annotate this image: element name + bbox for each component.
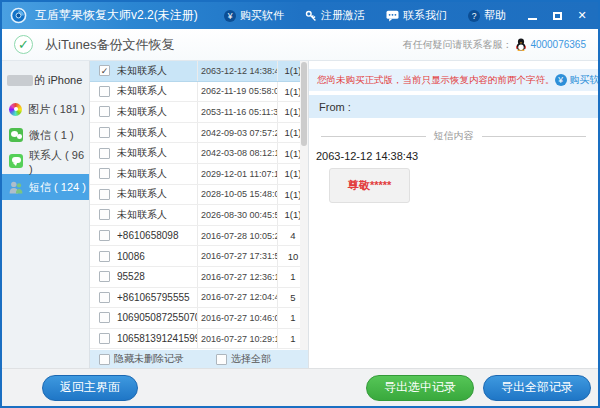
footer: 返回主界面 导出选中记录 导出全部记录: [2, 368, 598, 406]
row-sender: 未知联系人: [117, 102, 198, 122]
notice-text: 您尚未购买正式版，当前只显示恢复内容的前两个字符。: [317, 74, 555, 87]
app-logo-icon: [10, 7, 27, 24]
sms-content-title: 短信内容: [434, 129, 474, 143]
subheader: ✓ 从iTunes备份文件恢复 有任何疑问请联系客服： 4000076365: [2, 29, 598, 61]
row-datetime: 2016-07-27 10:46:01: [198, 308, 278, 328]
row-checkbox[interactable]: [99, 312, 110, 323]
maximize-button[interactable]: [551, 9, 563, 23]
row-checkbox[interactable]: [99, 230, 110, 241]
list-scrollbar[interactable]: [300, 61, 308, 350]
message-row[interactable]: 1069050872550702052016-07-27 10:46:011: [90, 308, 308, 329]
row-checkbox[interactable]: [99, 189, 110, 200]
export-buttons: 导出选中记录 导出全部记录: [366, 375, 591, 401]
message-row[interactable]: 1065813912415996532016-07-27 10:29:131: [90, 329, 308, 350]
row-checkbox[interactable]: [99, 86, 110, 97]
contact-us-button[interactable]: 联系我们: [386, 8, 447, 23]
message-row[interactable]: 未知联系人2026-08-30 00:45:541(1): [90, 205, 308, 226]
row-checkbox[interactable]: [99, 333, 110, 344]
redacted-device-name: [7, 75, 33, 86]
message-row[interactable]: 未知联系人2029-12-01 11:07:141(1): [90, 164, 308, 185]
message-row[interactable]: 未知联系人2062-11-19 05:58:051(1): [90, 82, 308, 103]
sms-content-divider: 短信内容: [321, 129, 586, 143]
row-checkbox[interactable]: [99, 209, 110, 220]
row-checkbox[interactable]: [99, 251, 110, 262]
key-icon: [305, 10, 317, 22]
sidebar-item-contacts[interactable]: 联系人 ( 96 ): [2, 148, 89, 174]
message-row[interactable]: 未知联系人2042-03-08 08:12:171(1): [90, 143, 308, 164]
divider-line: [321, 136, 426, 137]
message-row[interactable]: +8610657955552016-07-27 12:04:445: [90, 288, 308, 309]
row-checkbox[interactable]: [99, 127, 110, 138]
row-checkbox[interactable]: [99, 148, 110, 159]
message-list: ✓未知联系人2063-12-12 14:38:431(1)未知联系人2062-1…: [90, 61, 309, 368]
hide-deleted-checkbox[interactable]: [99, 354, 110, 365]
row-sender: 未知联系人: [117, 205, 198, 225]
from-label: From :: [319, 101, 351, 113]
row-datetime: 2028-10-05 15:48:08: [198, 185, 278, 205]
row-checkbox[interactable]: ✓: [99, 65, 110, 76]
row-sender: 未知联系人: [117, 61, 198, 81]
select-all-toggle[interactable]: 选择全部: [216, 352, 271, 366]
row-sender: 未知联系人: [117, 143, 198, 163]
row-sender: +861065795555: [117, 288, 198, 308]
close-button[interactable]: ✕: [576, 9, 588, 23]
row-sender: 未知联系人: [117, 185, 198, 205]
export-selected-button[interactable]: 导出选中记录: [366, 375, 474, 401]
buy-link-label: 购买软件: [570, 73, 600, 87]
device-label: 的 iPhone: [34, 73, 82, 88]
contact-us-label: 联系我们: [403, 8, 447, 23]
page-title: 从iTunes备份文件恢复: [45, 36, 175, 54]
row-sender: 未知联系人: [117, 123, 198, 143]
sidebar-item-label: 微信 ( 1 ): [29, 128, 74, 143]
window-title: 互盾苹果恢复大师v2.2(未注册): [35, 7, 198, 24]
contacts-icon: [9, 154, 23, 168]
message-row[interactable]: 未知联系人2028-10-05 15:48:081(1): [90, 185, 308, 206]
message-row[interactable]: 955282016-07-27 12:36:161: [90, 267, 308, 288]
message-row[interactable]: 未知联系人2042-09-03 07:57:251(1): [90, 123, 308, 144]
support-qq-number[interactable]: 4000076365: [530, 39, 586, 50]
qq-penguin-icon: [515, 38, 527, 51]
help-button[interactable]: ? 帮助: [468, 8, 506, 23]
row-checkbox[interactable]: [99, 271, 110, 282]
buy-software-link[interactable]: ¥ 购买软件: [555, 73, 600, 87]
register-activate-button[interactable]: 注册激活: [305, 8, 365, 23]
message-bubble: 尊敬*****: [329, 168, 410, 203]
message-row[interactable]: 未知联系人2053-11-16 05:11:331(1): [90, 102, 308, 123]
row-checkbox[interactable]: [99, 292, 110, 303]
divider-line: [482, 136, 587, 137]
yuan-circle-icon: ¥: [224, 10, 236, 22]
row-datetime: 2053-11-16 05:11:33: [198, 102, 278, 122]
sidebar-item-label: 图片 ( 181 ): [28, 102, 85, 117]
sidebar-item-device[interactable]: 的 iPhone: [2, 68, 89, 92]
sidebar-item-sms[interactable]: 短信 ( 124 ): [2, 174, 89, 200]
row-datetime: 2016-07-27 10:29:13: [198, 329, 278, 349]
main-area: 的 iPhone 图片 ( 181 ) 微信 ( 1 ) 联系人 ( 96 ): [2, 61, 598, 368]
sidebar-item-label: 短信 ( 124 ): [29, 180, 86, 195]
select-all-checkbox[interactable]: [216, 354, 227, 365]
scrollbar-thumb[interactable]: [301, 62, 307, 146]
export-all-button[interactable]: 导出全部记录: [483, 375, 591, 401]
message-row[interactable]: +86106580982016-07-28 10:05:294: [90, 226, 308, 247]
back-to-main-button[interactable]: 返回主界面: [42, 375, 138, 401]
message-datetime: 2063-12-12 14:38:43: [309, 143, 598, 162]
row-datetime: 2042-09-03 07:57:25: [198, 123, 278, 143]
yuan-circle-icon: ¥: [555, 74, 567, 86]
sms-contacts-icon: [9, 181, 23, 194]
message-row[interactable]: ✓未知联系人2063-12-12 14:38:431(1): [90, 61, 308, 82]
support-info: 有任何疑问请联系客服： 4000076365: [402, 38, 586, 52]
hide-deleted-toggle[interactable]: 隐藏未删除记录: [99, 352, 184, 366]
question-circle-icon: ?: [468, 10, 480, 22]
buy-software-button[interactable]: ¥ 购买软件: [224, 8, 284, 23]
help-label: 帮助: [484, 8, 506, 23]
minimize-button[interactable]: [526, 9, 538, 23]
row-datetime: 2016-07-27 12:04:44: [198, 288, 278, 308]
recover-mode-check-icon: ✓: [14, 35, 33, 54]
sidebar-item-photos[interactable]: 图片 ( 181 ): [2, 96, 89, 122]
row-checkbox[interactable]: [99, 168, 110, 179]
sidebar-item-wechat[interactable]: 微信 ( 1 ): [2, 122, 89, 148]
row-datetime: 2062-11-19 05:58:05: [198, 82, 278, 102]
row-datetime: 2042-03-08 08:12:17: [198, 143, 278, 163]
row-checkbox[interactable]: [99, 106, 110, 117]
row-sender: +8610658098: [117, 226, 198, 246]
message-row[interactable]: 100862016-07-27 17:31:5910: [90, 246, 308, 267]
